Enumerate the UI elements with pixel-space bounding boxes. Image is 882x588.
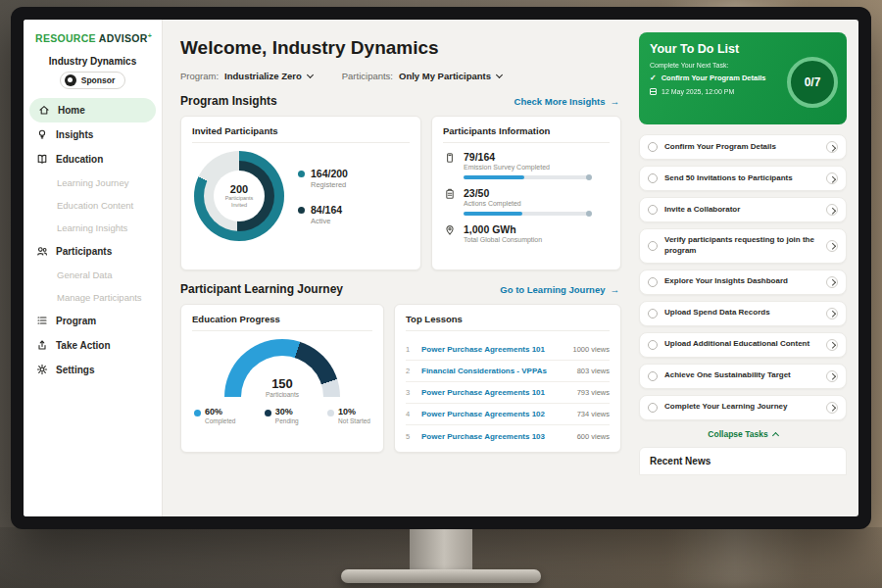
checkbox-icon[interactable] — [648, 241, 658, 251]
chevron-down-icon — [307, 71, 314, 77]
sidebar: RESOURCE ADVISOR+ Industry Dynamics Spon… — [24, 20, 163, 516]
monitor-stand — [410, 529, 472, 572]
sidebar-subitem-learning-insights[interactable]: Learning Insights — [24, 217, 162, 239]
checkbox-icon[interactable] — [648, 142, 658, 152]
chevron-right-icon[interactable] — [826, 141, 838, 153]
todo-task[interactable]: Confirm Your Program Details — [639, 134, 847, 160]
sidebar-item-education[interactable]: Education — [24, 147, 162, 172]
participants-filter-value: Only My Participants — [399, 71, 491, 81]
location-pin-icon — [443, 223, 456, 243]
sidebar-item-label: Program — [56, 316, 96, 326]
monitor-stand-base — [341, 569, 541, 583]
checkbox-icon[interactable] — [648, 205, 658, 215]
logo-text-primary: RESOURCE — [35, 32, 96, 44]
todo-progress-ring: 0/7 — [787, 57, 838, 108]
app-logo: RESOURCE ADVISOR+ — [24, 31, 162, 44]
todo-hero-card[interactable]: Your To Do List Complete Your Next Task:… — [639, 32, 847, 124]
invited-participants-card: Invited Participants 200 Participants In… — [180, 116, 421, 270]
invited-legend: 164/200 Registered 84/164 Active — [298, 168, 348, 225]
chevron-right-icon[interactable] — [826, 204, 838, 216]
checkbox-icon[interactable] — [648, 309, 658, 318]
org-block: Industry Dynamics Sponsor — [29, 56, 156, 90]
list-icon — [35, 315, 48, 327]
collapse-tasks-link[interactable]: Collapse Tasks — [639, 429, 847, 439]
sidebar-item-home[interactable]: Home — [29, 98, 156, 122]
app-window: RESOURCE ADVISOR+ Industry Dynamics Spon… — [24, 20, 858, 516]
home-icon — [37, 104, 50, 117]
chevron-right-icon[interactable] — [826, 172, 838, 184]
todo-task[interactable]: Send 50 Invitations to Participants — [639, 166, 847, 191]
lesson-views: 600 views — [577, 432, 610, 441]
sidebar-subitem-education-content[interactable]: Education Content — [24, 194, 162, 217]
sidebar-nav: Home Insights Education Learning Journey… — [24, 98, 162, 382]
lesson-views: 793 views — [577, 388, 610, 397]
lesson-row: 2 Financial Considerations - VPPAs 803 v… — [406, 361, 610, 382]
sidebar-subitem-learning-journey[interactable]: Learning Journey — [24, 172, 162, 194]
todo-task[interactable]: Achieve One Sustainability Target — [639, 364, 847, 389]
check-more-insights-link[interactable]: Check More Insights → — [514, 96, 619, 107]
recent-news-header[interactable]: Recent News — [639, 447, 847, 475]
participants-filter[interactable]: Participants: Only My Participants — [342, 71, 502, 81]
sponsor-icon — [65, 74, 76, 86]
legend-dot — [298, 207, 305, 214]
invited-donut-center: 200 Participants Invited — [214, 171, 265, 221]
sidebar-item-insights[interactable]: Insights — [24, 122, 162, 147]
sidebar-item-label: Home — [58, 105, 85, 116]
arrow-right-icon: → — [611, 96, 620, 107]
lesson-link[interactable]: Power Purchase Agreements 102 — [421, 410, 569, 418]
stat-actions-completed: 23/50 Actions Completed — [443, 187, 610, 216]
people-icon — [35, 245, 48, 258]
chevron-right-icon[interactable] — [826, 339, 838, 351]
calendar-icon — [650, 88, 657, 95]
participants-information-card: Participants Information 79/164 Emission… — [431, 116, 621, 270]
book-icon — [35, 153, 48, 166]
chevron-right-icon[interactable] — [826, 240, 838, 252]
sidebar-item-program[interactable]: Program — [24, 309, 162, 333]
main-content: Welcome, Industry Dynamics Program: Indu… — [163, 20, 633, 516]
todo-task-list: Confirm Your Program Details Send 50 Inv… — [639, 134, 847, 420]
chevron-right-icon[interactable] — [826, 402, 838, 414]
lesson-link[interactable]: Power Purchase Agreements 103 — [421, 432, 569, 441]
todo-title: Your To Do List — [650, 42, 836, 56]
progress-track — [464, 175, 591, 179]
lesson-link[interactable]: Power Purchase Agreements 101 — [421, 388, 569, 397]
checkbox-icon[interactable] — [648, 277, 658, 287]
sponsor-badge[interactable]: Sponsor — [60, 72, 125, 89]
chevron-right-icon[interactable] — [826, 370, 838, 382]
sidebar-subitem-manage-participants[interactable]: Manage Participants — [24, 286, 162, 309]
sidebar-item-settings[interactable]: Settings — [24, 358, 162, 382]
lesson-link[interactable]: Power Purchase Agreements 101 — [421, 345, 564, 354]
todo-task[interactable]: Upload Spend Data Records — [639, 301, 847, 326]
chevron-up-icon — [772, 432, 779, 439]
sidebar-item-label: Settings — [56, 365, 94, 375]
go-to-learning-journey-link[interactable]: Go to Learning Journey → — [500, 284, 619, 295]
sidebar-subitem-general-data[interactable]: General Data — [24, 264, 162, 286]
logo-text-secondary: ADVISOR+ — [99, 32, 152, 44]
sidebar-item-label: Take Action — [56, 340, 111, 351]
todo-task[interactable]: Complete Your Learning Journey — [639, 395, 847, 420]
section-title-program-insights: Program Insights — [180, 94, 277, 108]
learning-journey-cards: Education Progress 150 Participants 60% … — [180, 304, 621, 453]
progress-track — [464, 212, 591, 216]
lesson-link[interactable]: Financial Considerations - VPPAs — [421, 367, 569, 375]
card-title: Top Lessons — [406, 314, 610, 331]
todo-task[interactable]: Upload Additional Educational Content — [639, 332, 847, 358]
program-filter[interactable]: Program: Industrialize Zero — [180, 71, 313, 81]
program-filter-value: Industrialize Zero — [224, 71, 302, 81]
todo-task[interactable]: Invite a Collaborator — [639, 197, 847, 222]
checkbox-icon[interactable] — [648, 403, 658, 413]
legend-dot — [194, 410, 201, 416]
checkbox-icon[interactable] — [648, 371, 658, 381]
checkbox-icon[interactable] — [648, 173, 658, 183]
sidebar-item-take-action[interactable]: Take Action — [24, 333, 162, 358]
lesson-row: 5 Power Purchase Agreements 103 600 view… — [406, 425, 610, 447]
checkbox-icon[interactable] — [648, 340, 658, 350]
card-title: Invited Participants — [192, 125, 410, 143]
todo-task[interactable]: Explore Your Insights Dashboard — [639, 270, 847, 295]
chevron-right-icon[interactable] — [826, 308, 838, 319]
todo-task[interactable]: Verify participants requesting to join t… — [639, 228, 847, 264]
stat-global-consumption: 1,000 GWh Total Global Consumption — [443, 223, 610, 243]
chevron-right-icon[interactable] — [826, 276, 838, 288]
sidebar-item-participants[interactable]: Participants — [24, 239, 162, 264]
participants-filter-label: Participants: — [342, 71, 393, 81]
